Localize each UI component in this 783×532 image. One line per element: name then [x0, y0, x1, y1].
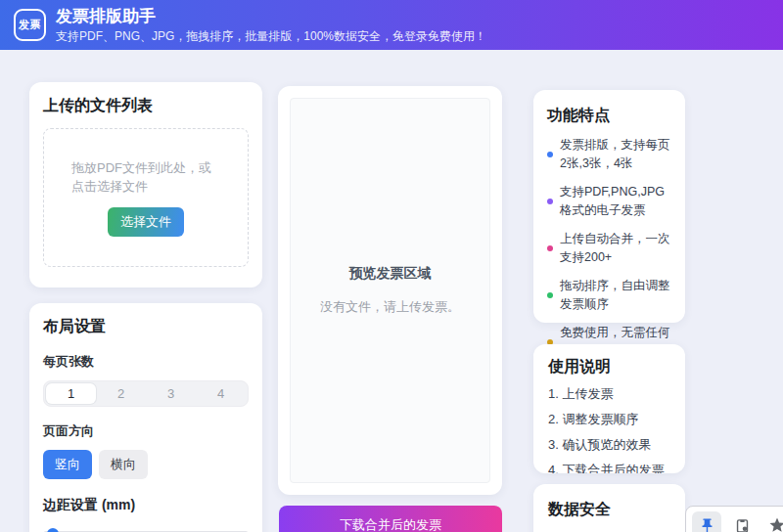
instruction-step: 2. 调整发票顺序: [548, 407, 670, 432]
security-title: 数据安全: [548, 500, 670, 520]
per-page-option-2[interactable]: 2: [96, 383, 146, 404]
margin-label: 边距设置 (mm): [43, 497, 249, 514]
per-page-option-3[interactable]: 3: [146, 383, 196, 404]
orientation-label: 页面方向: [43, 422, 249, 440]
app-header: 发票 发票排版助手 支持PDF、PNG、JPG，拖拽排序，批量排版，100%数据…: [0, 0, 783, 50]
feature-text: 拖动排序，自由调整发票顺序: [560, 277, 671, 314]
feature-bullet: [547, 199, 553, 204]
page-title: 发票排版助手: [56, 7, 486, 26]
feature-item: 发票排版，支持每页2张,3张，4张: [547, 136, 671, 173]
feature-text: 上传自动合并，一次支持200+: [560, 230, 671, 267]
download-button[interactable]: 下载合并后的发票: [279, 506, 502, 532]
upload-panel: 上传的文件列表 拖放PDF文件到此处，或点击选择文件 选择文件: [29, 82, 262, 288]
app-logo: 发票: [14, 9, 46, 41]
pin-button[interactable]: [692, 511, 721, 532]
per-page-option-4[interactable]: 4: [196, 383, 246, 404]
instruction-step: 3. 确认预览的效果: [548, 432, 670, 458]
feature-bullet: [547, 292, 553, 298]
feature-item: 上传自动合并，一次支持200+: [547, 230, 671, 267]
margin-slider[interactable]: [43, 528, 249, 532]
orientation-portrait-button[interactable]: 竖向: [43, 450, 92, 479]
feature-bullet: [547, 152, 553, 157]
preview-panel: 预览发票区域 没有文件，请上传发票。: [278, 86, 502, 495]
preview-empty-hint: 没有文件，请上传发票。: [320, 298, 460, 316]
feature-text: 支持PDF,PNG,JPG格式的电子发票: [560, 183, 671, 220]
preview-title: 预览发票区域: [349, 265, 432, 283]
file-dropzone[interactable]: 拖放PDF文件到此处，或点击选择文件 选择文件: [43, 128, 249, 267]
feature-text: 发票排版，支持每页2张,3张，4张: [560, 136, 671, 173]
per-page-label: 每页张数: [43, 353, 249, 371]
pin-icon: [699, 517, 715, 532]
instructions-panel: 使用说明 1. 上传发票 2. 调整发票顺序 3. 确认预览的效果 4. 下载合…: [533, 344, 685, 473]
layout-settings-panel: 布局设置 每页张数 1 2 3 4 页面方向 竖向 横向 边距设置 (mm) 5…: [29, 303, 262, 532]
slider-thumb[interactable]: [47, 528, 59, 532]
features-title: 功能特点: [547, 106, 671, 126]
floating-toolbar: [685, 506, 783, 532]
features-panel: 功能特点 发票排版，支持每页2张,3张，4张 支持PDF,PNG,JPG格式的电…: [533, 90, 685, 323]
orientation-landscape-button[interactable]: 横向: [99, 450, 148, 479]
per-page-selector: 1 2 3 4: [43, 380, 249, 407]
clipboard-icon: [734, 517, 751, 532]
instructions-title: 使用说明: [548, 357, 670, 377]
orientation-selector: 竖向 横向: [43, 450, 249, 479]
feature-item: 支持PDF,PNG,JPG格式的电子发票: [547, 183, 671, 220]
layout-settings-title: 布局设置: [43, 317, 249, 337]
feature-item: 拖动排序，自由调整发票顺序: [547, 277, 671, 314]
logo-text: 发票: [19, 18, 41, 32]
upload-title: 上传的文件列表: [43, 96, 249, 116]
instruction-step: 4. 下载合并后的发票: [548, 458, 670, 473]
instruction-step: 1. 上传发票: [548, 381, 670, 407]
page-subtitle: 支持PDF、PNG、JPG，拖拽排序，批量排版，100%数据安全，免登录免费使用…: [56, 28, 486, 44]
per-page-option-1[interactable]: 1: [46, 383, 96, 404]
dropzone-hint: 拖放PDF文件到此处，或点击选择文件: [71, 158, 220, 196]
star-button[interactable]: [762, 511, 783, 532]
choose-file-button[interactable]: 选择文件: [108, 207, 184, 237]
preview-area: 预览发票区域 没有文件，请上传发票。: [290, 98, 490, 483]
star-icon: [768, 516, 783, 532]
security-panel: 数据安全: [533, 484, 685, 532]
feature-bullet: [547, 245, 553, 251]
clipboard-button[interactable]: [727, 511, 757, 532]
